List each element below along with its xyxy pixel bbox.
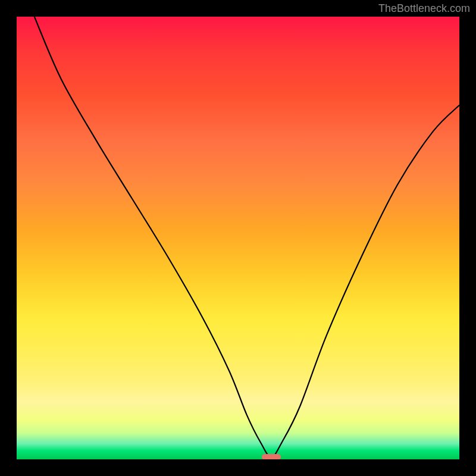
watermark-text: TheBottleneck.com xyxy=(378,2,470,15)
plot-area xyxy=(17,17,459,459)
minimum-marker xyxy=(262,454,281,459)
curve-svg xyxy=(17,17,459,459)
bottleneck-curve-path xyxy=(35,17,459,457)
chart-container: TheBottleneck.com xyxy=(0,0,476,476)
